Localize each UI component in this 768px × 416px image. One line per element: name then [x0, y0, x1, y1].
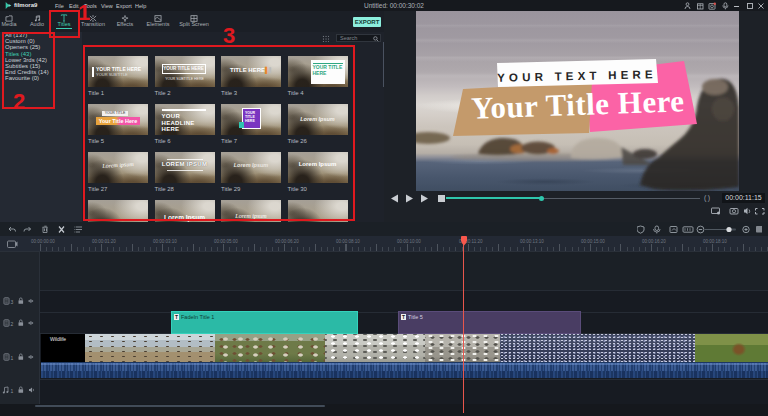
svg-text:Your Title Here: Your Title Here [470, 83, 685, 125]
svg-text:3: 3 [11, 299, 14, 305]
svg-text:1: 1 [11, 388, 14, 394]
svg-text:2: 2 [11, 321, 14, 327]
svg-text:1: 1 [11, 355, 14, 361]
